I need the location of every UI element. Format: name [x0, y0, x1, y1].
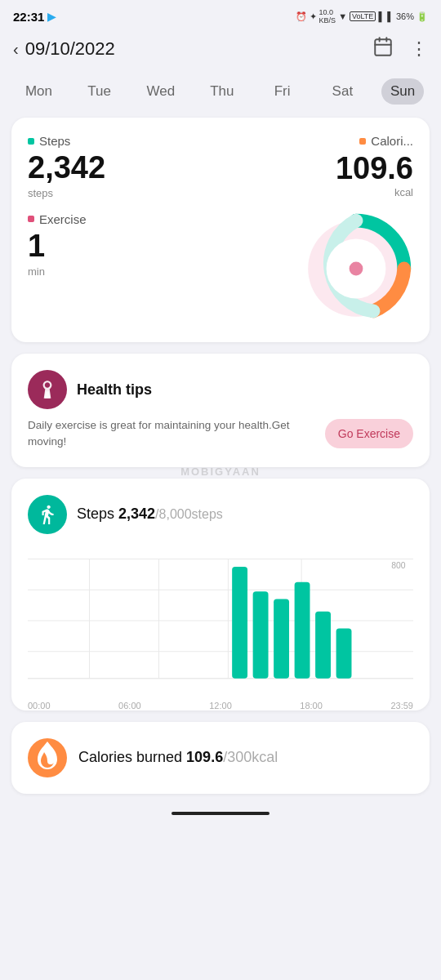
steps-header: Steps — [28, 134, 266, 148]
calories-right: Calori... 109.6 kcal — [336, 134, 413, 198]
top-nav: ‹ 09/10/2022 ⋮ — [0, 29, 441, 72]
calories-label: Calori... — [371, 134, 413, 148]
home-indicator — [172, 812, 270, 815]
bluetooth-icon: ✦ — [310, 11, 317, 22]
calories-header: Calori... — [336, 134, 413, 148]
day-fri[interactable]: Fri — [261, 78, 304, 105]
day-wed[interactable]: Wed — [138, 78, 183, 105]
time-display: 22:31 — [13, 10, 44, 24]
tips-header: Health tips — [28, 370, 413, 409]
steps-label: Steps — [39, 134, 70, 148]
nav-left: ‹ 09/10/2022 — [13, 38, 115, 60]
steps-chart-count: 2,342 — [118, 506, 155, 522]
exercise-header: Exercise — [28, 212, 266, 226]
status-time-area: 22:31 ▶ — [13, 10, 56, 24]
signal-icon-1: ▌ — [378, 11, 385, 21]
more-options-icon[interactable]: ⋮ — [410, 38, 428, 60]
donut-chart — [299, 212, 413, 326]
chart-label-0600: 06:00 — [118, 701, 141, 710]
nav-right: ⋮ — [372, 36, 428, 62]
steps-chart-goal: /8,000steps — [155, 507, 223, 521]
calories-value: 109.6 — [336, 151, 413, 186]
summary-right: Calori... 109.6 kcal — [266, 134, 413, 326]
calories-burned-icon — [28, 738, 67, 777]
chart-label-1800: 18:00 — [300, 701, 323, 710]
calories-burned-text: Calories burned 109.6/300kcal — [78, 749, 278, 766]
watermark: MOBIGYAAN — [180, 466, 261, 478]
steps-chart-icon — [28, 495, 67, 534]
calories-dot — [359, 138, 366, 145]
tips-body: Daily exercise is great for maintaining … — [28, 417, 413, 451]
tips-text: Daily exercise is great for maintaining … — [28, 417, 317, 451]
chart-label-1200: 12:00 — [209, 701, 232, 710]
day-thu[interactable]: Thu — [201, 78, 243, 105]
steps-unit: steps — [28, 187, 266, 199]
health-tips-card: Health tips Daily exercise is great for … — [11, 354, 430, 467]
volte-icon: VoLTE — [350, 11, 376, 21]
svg-rect-20 — [295, 581, 310, 678]
steps-chart-header: Steps 2,342/8,000steps — [28, 495, 413, 534]
summary-card: Steps 2,342 steps Exercise 1 min — [11, 118, 430, 342]
battery-display: 36% — [396, 11, 414, 21]
calories-burned-card: Calories burned 109.6/300kcal — [11, 722, 430, 794]
chart-label-0000: 00:00 — [28, 701, 51, 710]
data-speed-icon: 10.0KB/S — [319, 8, 336, 24]
telegram-icon: ▶ — [47, 11, 56, 23]
calories-burned-label: Calories burned — [78, 749, 182, 765]
day-tue[interactable]: Tue — [78, 78, 121, 105]
bar-chart: 800 00:00 06:00 12:00 18:00 23:59 — [28, 547, 413, 694]
steps-value: 2,342 — [28, 151, 266, 185]
status-bar: 22:31 ▶ ⏰ ✦ 10.0KB/S ▼ VoLTE ▌ ▌ 36% 🔋 — [0, 0, 441, 29]
exercise-label: Exercise — [39, 212, 87, 226]
steps-chart-label: Steps — [77, 506, 114, 522]
steps-dot — [28, 138, 34, 145]
day-sat[interactable]: Sat — [321, 78, 363, 105]
status-icons: ⏰ ✦ 10.0KB/S ▼ VoLTE ▌ ▌ 36% 🔋 — [296, 8, 428, 24]
summary-left: Steps 2,342 steps Exercise 1 min — [28, 134, 266, 278]
wifi-icon: ▼ — [338, 11, 347, 21]
calories-unit: kcal — [336, 186, 413, 198]
svg-rect-19 — [274, 599, 289, 678]
exercise-unit: min — [28, 265, 266, 278]
svg-rect-21 — [315, 611, 331, 678]
bottom-bar — [0, 805, 441, 820]
svg-point-6 — [350, 262, 363, 276]
svg-rect-22 — [336, 628, 352, 678]
chart-x-labels: 00:00 06:00 12:00 18:00 23:59 — [28, 697, 413, 710]
alarm-icon: ⏰ — [296, 11, 307, 22]
exercise-section: Exercise 1 min — [28, 212, 266, 278]
battery-icon: 🔋 — [416, 11, 428, 22]
day-sun[interactable]: Sun — [381, 78, 424, 105]
day-selector: Mon Tue Wed Thu Fri Sat Sun — [0, 72, 441, 118]
calories-burned-goal: /300kcal — [223, 749, 278, 765]
exercise-dot — [28, 216, 34, 222]
svg-rect-0 — [375, 39, 391, 56]
signal-icon-2: ▌ — [387, 11, 394, 21]
steps-chart-title: Steps 2,342/8,000steps — [77, 506, 223, 523]
svg-rect-18 — [253, 591, 269, 679]
tips-icon-circle — [28, 370, 67, 409]
nav-date: 09/10/2022 — [25, 38, 115, 60]
chart-label-2359: 23:59 — [390, 701, 413, 710]
summary-content: Steps 2,342 steps Exercise 1 min — [28, 134, 413, 326]
svg-rect-17 — [232, 566, 247, 678]
svg-text:800: 800 — [391, 560, 406, 569]
steps-chart-card: Steps 2,342/8,000steps 800 — [11, 479, 430, 710]
day-mon[interactable]: Mon — [17, 78, 60, 105]
go-exercise-button[interactable]: Go Exercise — [325, 419, 413, 448]
exercise-value: 1 — [28, 229, 266, 264]
calendar-icon[interactable] — [372, 36, 394, 62]
tips-title: Health tips — [77, 381, 152, 399]
back-button[interactable]: ‹ — [13, 40, 19, 59]
calories-burned-count: 109.6 — [186, 749, 223, 765]
